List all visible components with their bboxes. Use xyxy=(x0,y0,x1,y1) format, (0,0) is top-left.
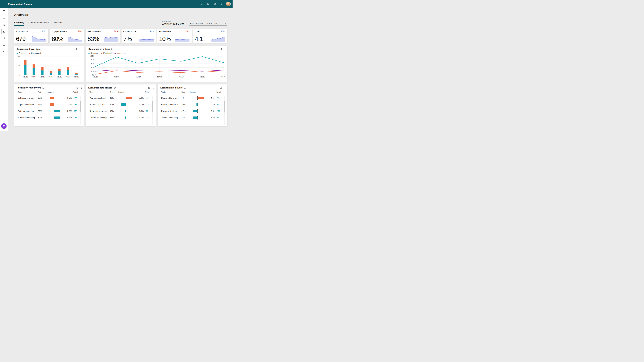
more-options-icon[interactable] xyxy=(153,86,154,89)
table-row[interactable]: Trouble connecting 27% -3.5% xyxy=(160,114,225,121)
info-icon[interactable] xyxy=(184,86,186,89)
col-rate[interactable]: Rate xyxy=(182,91,190,93)
more-options-icon[interactable] xyxy=(225,86,225,89)
detail-link-icon[interactable] xyxy=(74,103,77,105)
scrollbar-thumb[interactable] xyxy=(152,101,153,112)
tab-customer-satisfaction[interactable]: Customer satisfaction xyxy=(28,21,49,26)
detail-cell[interactable] xyxy=(216,116,222,119)
more-options-icon[interactable] xyxy=(81,86,82,89)
sidebar-item-publish[interactable] xyxy=(0,41,8,48)
detail-link-icon[interactable] xyxy=(217,110,220,112)
popout-icon[interactable] xyxy=(76,48,78,50)
table-row[interactable]: Return a purchase 30% -0.8% xyxy=(160,101,225,108)
outcomes-chart: 0%20%40%60%80%100%4/11/194/12/194/13/194… xyxy=(88,55,225,79)
rate-cell: 27% xyxy=(38,103,46,106)
settings-icon[interactable] xyxy=(212,0,218,8)
info-icon[interactable] xyxy=(111,48,113,50)
detail-link-icon[interactable] xyxy=(146,116,148,118)
detail-cell[interactable] xyxy=(216,97,222,99)
col-rate[interactable]: Rate xyxy=(38,91,46,93)
sidebar-item-manage[interactable] xyxy=(0,48,8,54)
table-row[interactable]: Delivered to wron... 40% 4.5% xyxy=(160,95,225,101)
popout-icon[interactable] xyxy=(220,86,222,89)
kpi-card[interactable]: Total sessions 5% ▼ 679 xyxy=(14,29,48,43)
more-options-icon[interactable] xyxy=(81,48,82,50)
more-options-icon[interactable] xyxy=(224,48,225,50)
topic-cell: Return a purchase xyxy=(90,103,110,106)
table-row[interactable]: Payment declined 27% -3.5% xyxy=(16,101,82,108)
kpi-card[interactable]: Resolution rate 7% ▲ 83% xyxy=(86,29,120,43)
popout-icon[interactable] xyxy=(220,48,222,50)
table-row[interactable]: Return a purchase 20% -5.0% xyxy=(88,101,154,108)
kpi-card[interactable]: Escalation rate 8% ▼ 7% xyxy=(122,29,156,43)
rate-cell: 50% xyxy=(38,110,46,112)
table-row[interactable]: Payment declined 46% 7.0% xyxy=(88,95,154,101)
scrollbar-thumb[interactable] xyxy=(80,101,82,112)
kpi-card[interactable]: CSAT 9% ▲ 4.1 xyxy=(193,29,227,43)
detail-link-icon[interactable] xyxy=(74,97,77,99)
col-impact[interactable]: Impact ↓ xyxy=(46,91,72,93)
detail-link-icon[interactable] xyxy=(146,110,148,112)
app-launcher-icon[interactable] xyxy=(0,0,8,8)
col-topic[interactable]: Topic xyxy=(18,91,38,93)
info-icon[interactable] xyxy=(42,86,44,89)
detail-cell[interactable] xyxy=(72,103,79,106)
col-topic[interactable]: Topic xyxy=(90,91,110,93)
svg-text:4/14/19: 4/14/19 xyxy=(48,76,53,78)
table-row[interactable]: Payment declined 27% -3.5% xyxy=(160,108,225,114)
kpi-card[interactable]: Abandon rate 4% ▼ 10% xyxy=(157,29,192,43)
detail-cell[interactable] xyxy=(216,103,222,106)
scrollbar[interactable] xyxy=(224,96,225,125)
detail-cell[interactable] xyxy=(72,116,79,119)
table-row[interactable]: Delivered to wron... 27% -3.5% xyxy=(16,95,82,101)
date-range-value: Past 7 days (4/11/19 – 4/17/19) xyxy=(190,22,218,24)
notifications-icon[interactable] xyxy=(204,0,212,8)
sidebar-item-analytics[interactable] xyxy=(0,28,8,35)
detail-link-icon[interactable] xyxy=(217,97,220,99)
svg-text:60%: 60% xyxy=(91,63,94,64)
popout-icon[interactable] xyxy=(76,86,79,89)
detail-link-icon[interactable] xyxy=(146,97,148,99)
detail-link-icon[interactable] xyxy=(146,103,148,105)
tab-summary[interactable]: Summary xyxy=(14,21,24,26)
sidebar-item-home[interactable] xyxy=(0,15,8,21)
detail-link-icon[interactable] xyxy=(74,110,77,112)
table-row[interactable]: Return a purchase 50% 5.8% xyxy=(16,108,82,114)
detail-cell[interactable] xyxy=(144,116,150,119)
user-avatar[interactable] xyxy=(226,2,230,6)
scrollbar-thumb[interactable] xyxy=(224,101,225,112)
hamburger-menu-icon[interactable] xyxy=(0,8,8,14)
table-row[interactable]: Delivered to wron... 33% -1.0% xyxy=(88,108,154,114)
detail-link-icon[interactable] xyxy=(217,116,220,118)
col-impact[interactable]: Impact ↑ xyxy=(190,91,216,93)
sidebar-item-topics[interactable] xyxy=(0,21,8,28)
popout-icon[interactable] xyxy=(148,86,150,89)
kpi-card[interactable]: Engagement rate 3% ▼ 80% xyxy=(50,29,84,43)
impact-value: 4.5% xyxy=(205,97,216,99)
bot-icon[interactable] xyxy=(198,0,204,8)
col-topic[interactable]: Topic xyxy=(161,91,182,93)
bot-assistant-button[interactable] xyxy=(1,123,6,129)
card-title: Abandon rate drivers xyxy=(160,86,182,89)
detail-cell[interactable] xyxy=(144,110,150,112)
kpi-trend: 4% ▼ xyxy=(186,30,190,32)
detail-cell[interactable] xyxy=(144,103,150,106)
col-rate[interactable]: Rate xyxy=(110,91,118,93)
date-range-dropdown[interactable]: Past 7 days (4/11/19 – 4/17/19) xyxy=(190,21,227,26)
info-icon[interactable] xyxy=(114,86,116,89)
detail-cell[interactable] xyxy=(144,97,150,99)
table-row[interactable]: Trouble connecting 50% 5.8% xyxy=(16,114,82,121)
col-impact[interactable]: Impact ↑ xyxy=(118,91,144,93)
detail-cell[interactable] xyxy=(72,110,79,112)
detail-link-icon[interactable] xyxy=(74,116,77,118)
tab-sessions[interactable]: Sessions xyxy=(54,21,62,26)
scrollbar[interactable] xyxy=(152,96,153,125)
detail-cell[interactable] xyxy=(72,97,79,99)
scrollbar[interactable] xyxy=(80,96,82,125)
help-icon[interactable]: ? xyxy=(218,0,225,8)
sidebar-item-entities[interactable] xyxy=(0,35,8,41)
table-row[interactable]: Trouble connecting 33% -1.0% xyxy=(88,114,154,121)
kpi-trend: 5% ▼ xyxy=(42,30,47,32)
detail-cell[interactable] xyxy=(216,110,222,112)
detail-link-icon[interactable] xyxy=(217,103,220,105)
